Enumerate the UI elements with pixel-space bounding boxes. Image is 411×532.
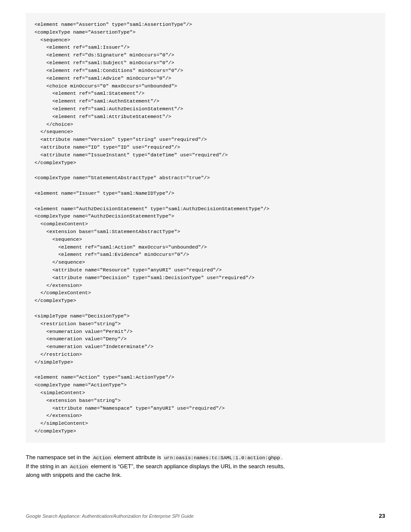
- prose-line2-part1: If the string in an: [26, 463, 69, 470]
- prose-code2: urn:oasis:names:tc:SAML:1.0:action:ghpp: [163, 454, 281, 461]
- prose-line3: along with snippets and the cache link.: [26, 472, 122, 478]
- code-block: <element name="Assertion" type="saml:Ass…: [26, 13, 385, 443]
- prose-paragraph: The namespace set in the Action element …: [26, 453, 385, 480]
- prose-line2-part2: element is “GET”, the search appliance d…: [89, 463, 285, 470]
- prose-part1: The namespace set in the: [26, 454, 92, 460]
- footer-page-number: 23: [379, 513, 385, 519]
- prose-part3: .: [281, 454, 283, 460]
- page-footer: Google Search Appliance: Authentication/…: [26, 513, 385, 519]
- footer-title: Google Search Appliance: Authentication/…: [26, 513, 193, 519]
- prose-code1: Action: [92, 454, 112, 461]
- prose-part2: element attribute is: [112, 454, 163, 460]
- prose-code3: Action: [69, 464, 89, 470]
